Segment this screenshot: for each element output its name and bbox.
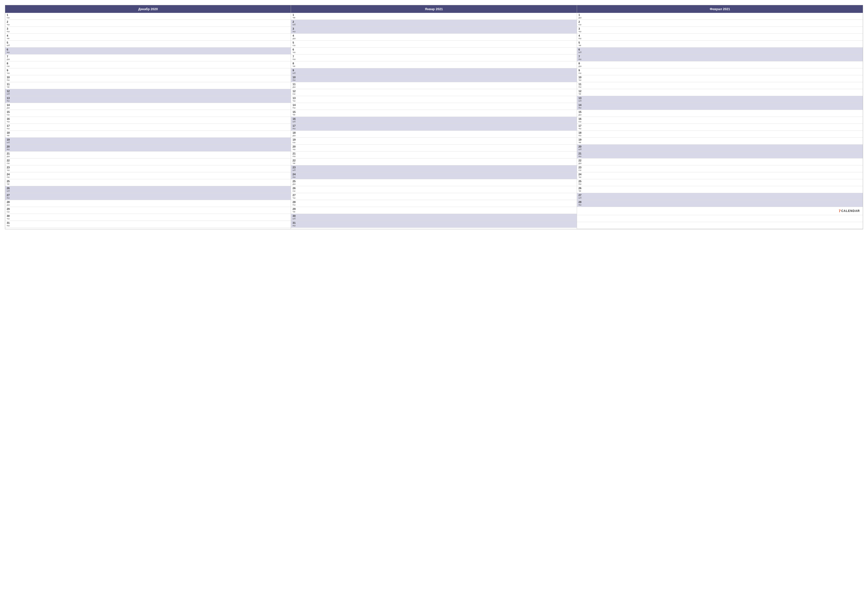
day-row: 26шб	[5, 186, 291, 193]
day-number: 8	[578, 62, 861, 65]
day-name: шб	[293, 218, 575, 220]
day-row: 28дш	[5, 200, 291, 207]
day-name: дш	[7, 106, 289, 109]
day-row: 20чш	[291, 145, 577, 152]
day-number: 16	[293, 117, 575, 120]
day-name: чш	[578, 30, 861, 33]
day-name: шб	[7, 141, 289, 144]
day-row: 14яш	[577, 103, 863, 110]
day-name: дш	[293, 134, 575, 137]
day-number: 1	[578, 13, 861, 16]
day-name: чш	[578, 176, 861, 178]
day-number: 17	[578, 124, 861, 127]
day-name: чм	[293, 162, 575, 165]
day-number: 17	[293, 124, 575, 127]
day-name: чм	[578, 44, 861, 47]
day-number: 14	[578, 104, 861, 106]
day-name: дш	[578, 113, 861, 116]
day-number: 22	[7, 159, 289, 162]
day-name: чм	[578, 190, 861, 192]
day-name: дш	[7, 58, 289, 61]
day-name: пш	[578, 85, 861, 88]
day-name: дш	[578, 16, 861, 19]
day-number: 18	[293, 131, 575, 134]
day-number: 9	[578, 69, 861, 72]
day-number: 29	[7, 207, 289, 210]
day-name: сш	[578, 120, 861, 123]
day-name: шб	[7, 93, 289, 95]
day-name: шб	[293, 23, 575, 26]
logo-number: 7	[839, 209, 841, 213]
day-row: 4чм	[5, 34, 291, 40]
day-name: чм	[7, 134, 289, 137]
day-name: пш	[293, 58, 575, 61]
day-number: 17	[7, 124, 289, 127]
day-number: 20	[293, 145, 575, 148]
day-name: чм	[293, 16, 575, 19]
day-number: 30	[7, 215, 289, 218]
day-number: 26	[293, 187, 575, 190]
day-number: 11	[293, 83, 575, 85]
day-row: 8чм	[291, 61, 577, 68]
day-row: 19шб	[5, 138, 291, 145]
day-row: 25чм	[5, 179, 291, 186]
day-row: 18пш	[577, 131, 863, 138]
day-number: 25	[293, 180, 575, 183]
day-name: пш	[293, 106, 575, 109]
day-row: 22сш	[5, 159, 291, 165]
day-number: 4	[7, 34, 289, 37]
day-name: сш	[578, 23, 861, 26]
month-col-2: 1дш2сш3чш4пш5чм6шб7яш8дш9сш10чш11пш12чм1…	[577, 13, 863, 229]
day-number: 2	[293, 20, 575, 23]
day-number: 21	[578, 152, 861, 155]
day-row: 17яш	[291, 124, 577, 131]
day-name: пш	[578, 183, 861, 185]
day-row: 12чм	[577, 89, 863, 96]
day-row: 24пш	[5, 172, 291, 179]
day-number: 28	[293, 201, 575, 204]
day-name: яш	[578, 106, 861, 109]
day-number: 1	[7, 13, 289, 16]
day-number: 28	[578, 201, 861, 204]
day-number: 10	[293, 76, 575, 79]
calendar-container: Декабр 2020Январ 2021Феврал 2021 1сш2чш3…	[5, 5, 863, 229]
day-number: 19	[7, 138, 289, 141]
day-number: 7	[578, 55, 861, 58]
day-name: чм	[293, 210, 575, 213]
day-row: 3яш	[291, 27, 577, 34]
day-name: пш	[7, 176, 289, 178]
day-name: сш	[293, 141, 575, 144]
day-name: шб	[293, 120, 575, 123]
day-number: 15	[293, 110, 575, 113]
day-name: пш	[293, 204, 575, 206]
day-row: 29сш	[5, 207, 291, 214]
day-number: 4	[293, 34, 575, 37]
day-number: 21	[293, 152, 575, 155]
day-row: 15дш	[577, 110, 863, 117]
day-row: 26сш	[291, 186, 577, 193]
day-number: 11	[578, 83, 861, 85]
day-row: 2сш	[577, 20, 863, 27]
day-number: 26	[7, 187, 289, 190]
day-row: 16сш	[577, 117, 863, 124]
day-name: чш	[293, 99, 575, 102]
day-name: сш	[7, 16, 289, 19]
day-row: 3пш	[5, 27, 291, 34]
day-row: 15чм	[291, 110, 577, 117]
day-number: 1	[293, 13, 575, 16]
day-number: 16	[7, 117, 289, 120]
day-row: 12сш	[291, 89, 577, 96]
day-name: шб	[293, 72, 575, 74]
day-name: яш	[578, 155, 861, 157]
day-number: 13	[7, 96, 289, 99]
day-row: 28пш	[291, 200, 577, 207]
day-row: 1дш	[577, 13, 863, 20]
day-number: 12	[578, 90, 861, 93]
day-row: 27яш	[5, 193, 291, 200]
day-row: 6шб	[577, 48, 863, 54]
day-row: 10яш	[291, 75, 577, 82]
day-row: 21пш	[291, 152, 577, 159]
day-name: яш	[293, 127, 575, 130]
day-number: 10	[578, 76, 861, 79]
day-row: 2шб	[291, 20, 577, 27]
